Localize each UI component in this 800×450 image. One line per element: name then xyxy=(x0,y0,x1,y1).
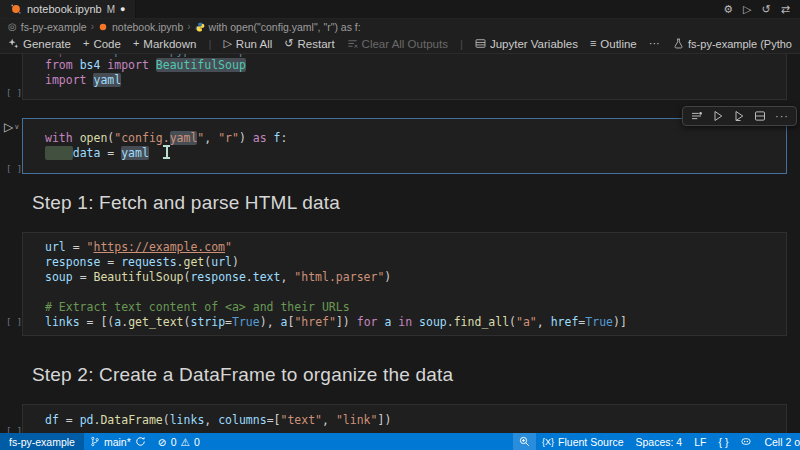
code-line xyxy=(45,285,786,300)
kernel-picker[interactable]: fs-py-example (Pytho xyxy=(673,38,792,50)
copilot-icon xyxy=(740,436,752,447)
fluent-source-label: Fluent Source xyxy=(558,436,623,448)
sparkle-icon xyxy=(8,38,19,49)
errors-count: 0 xyxy=(171,436,177,448)
code-line: # Extract text content of <a> and their … xyxy=(45,300,786,315)
spaces-label: Spaces: 4 xyxy=(635,436,682,448)
beaker-icon xyxy=(673,38,684,49)
play-icon: ▷ xyxy=(4,120,13,134)
tab-title: notebook.ipynb xyxy=(27,3,102,15)
clear-all-outputs-button[interactable]: Clear All Outputs xyxy=(347,38,448,50)
cell-toolbar: ··· xyxy=(682,106,797,126)
jupyter-variables-button[interactable]: Jupyter Variables xyxy=(475,38,578,50)
branch-icon xyxy=(90,436,100,447)
clear-all-outputs-label: Clear All Outputs xyxy=(362,38,448,50)
markdown-label: Markdown xyxy=(143,38,196,50)
run-below-icon[interactable] xyxy=(733,110,745,122)
tab-notebook[interactable]: notebook.ipynb M ● xyxy=(0,0,136,18)
breadcrumb-separator: › xyxy=(187,21,190,32)
code-cell-config-active[interactable]: with open("config.yaml", "r") as f: data… xyxy=(22,118,787,174)
generate-button[interactable]: Generate xyxy=(8,38,71,50)
code-editor[interactable]: url = "https://example.com" response = r… xyxy=(23,240,786,330)
editor-actions: ⚙ ▷ ↺ ⇄ xyxy=(713,0,800,18)
code-line: links = [(a.get_text(strip=True), a["hre… xyxy=(45,315,786,330)
markdown-cell-step1[interactable]: Step 1: Fetch and parse HTML data xyxy=(32,192,340,214)
code-label: Code xyxy=(93,38,121,50)
edit-cell-icon[interactable] xyxy=(690,110,703,122)
notebook-editor: import matplotlib.pyplot as plt from bs4… xyxy=(0,54,800,433)
tab-bar: notebook.ipynb M ● ⚙ ▷ ↺ ⇄ xyxy=(0,0,800,19)
variables-table-icon xyxy=(475,38,486,49)
code-editor[interactable]: with open("config.yaml", "r") as f: data… xyxy=(23,131,786,161)
code-line: response = requests.get(url) xyxy=(45,255,786,270)
breadcrumb-file[interactable]: notebook.ipynb xyxy=(112,21,183,33)
toolbar-separator: | xyxy=(460,38,463,50)
remote-indicator[interactable]: fs-py-example xyxy=(0,433,84,450)
breadcrumb-separator: › xyxy=(91,21,94,32)
add-code-cell-button[interactable]: + Code xyxy=(83,38,121,50)
magnifier-plus-icon xyxy=(519,436,530,447)
code-line: with open("config.yaml", "r") as f: xyxy=(45,131,786,146)
problems-status[interactable]: ⊘ 0 ⚠ 0 xyxy=(152,433,206,450)
outline-button[interactable]: ≡ Outline xyxy=(590,38,637,50)
clipped-code-line: import matplotlib.pyplot as plt xyxy=(45,54,786,58)
braces-icon: { } xyxy=(718,436,728,448)
markdown-cell-step2[interactable]: Step 2: Create a DataFrame to organize t… xyxy=(32,364,453,386)
jupyter-icon xyxy=(10,3,22,15)
code-editor[interactable]: df = pd.DataFrame(links, columns=["text"… xyxy=(23,413,786,428)
play-icon: ▷ xyxy=(223,38,231,49)
branch-label: main* xyxy=(104,436,131,448)
switch-kernel-icon[interactable]: ⇄ xyxy=(781,3,790,16)
warnings-icon: ⚠ xyxy=(180,436,189,448)
plus-icon: + xyxy=(133,38,139,49)
code-cell-dataframe[interactable]: df = pd.DataFrame(links, columns=["text"… xyxy=(22,404,787,433)
execution-count: [ ] xyxy=(6,164,22,174)
generate-label: Generate xyxy=(23,38,71,50)
git-branch-status[interactable]: main* xyxy=(84,433,152,450)
breadcrumb: ◎ fs-py-example › notebook.ipynb › with … xyxy=(0,19,800,34)
copilot-status[interactable] xyxy=(734,433,758,450)
add-markdown-cell-button[interactable]: + Markdown xyxy=(133,38,197,50)
execution-count: [ ] xyxy=(6,426,22,433)
restart-label: Restart xyxy=(298,38,335,50)
restart-kernel-icon[interactable]: ↺ xyxy=(762,3,771,16)
cell-indicator[interactable]: Cell 2 o xyxy=(758,433,800,450)
eol-label: LF xyxy=(694,436,706,448)
run-cell-button[interactable]: ▷ ∨ xyxy=(4,120,19,134)
code-line: df = pd.DataFrame(links, columns=["text"… xyxy=(45,413,786,428)
git-modified-badge: M xyxy=(107,4,115,15)
eol-status[interactable]: LF xyxy=(688,433,712,450)
code-line: import yaml xyxy=(45,73,786,88)
outline-label: Outline xyxy=(600,38,636,50)
toolbar-separator: | xyxy=(208,38,211,50)
status-bar-right: {X} Fluent Source Spaces: 4 LF { } Cell … xyxy=(513,433,800,450)
errors-icon: ⊘ xyxy=(158,436,167,448)
ellipsis-icon: ··· xyxy=(649,38,660,49)
jupyter-variables-label: Jupyter Variables xyxy=(490,38,578,50)
plus-icon: + xyxy=(83,38,89,49)
code-line: from bs4 import BeautifulSoup xyxy=(45,58,786,73)
run-above-icon[interactable] xyxy=(712,110,724,122)
run-icon[interactable]: ▷ xyxy=(743,3,751,16)
more-actions-icon[interactable]: ··· xyxy=(775,111,789,122)
code-editor[interactable]: import matplotlib.pyplot as plt from bs4… xyxy=(23,54,786,88)
run-all-label: Run All xyxy=(236,38,272,50)
breadcrumb-symbol[interactable]: with open("config.yaml", "r") as f: xyxy=(209,21,361,33)
breadcrumb-folder[interactable]: fs-py-example xyxy=(21,21,87,33)
execution-count: [ ] xyxy=(6,317,22,327)
code-cell-fetch[interactable]: url = "https://example.com" response = r… xyxy=(22,232,787,336)
run-all-button[interactable]: ▷ Run All xyxy=(223,38,272,50)
more-actions-button[interactable]: ··· xyxy=(649,38,660,49)
restart-button[interactable]: ↺ Restart xyxy=(284,38,334,50)
code-cell-imports[interactable]: import matplotlib.pyplot as plt from bs4… xyxy=(22,54,787,100)
fluent-source-status[interactable]: {X} Fluent Source xyxy=(536,433,629,450)
zoom-button[interactable] xyxy=(513,433,536,450)
indentation-status[interactable]: Spaces: 4 xyxy=(629,433,688,450)
unsaved-dot-icon[interactable]: ● xyxy=(120,5,125,14)
code-line: url = "https://example.com" xyxy=(45,240,786,255)
remote-label: fs-py-example xyxy=(9,436,75,448)
settings-gear-icon[interactable]: ⚙ xyxy=(723,3,733,16)
restart-icon: ↺ xyxy=(284,38,293,49)
language-mode-status[interactable]: { } xyxy=(712,433,734,450)
split-cell-icon[interactable] xyxy=(754,110,766,122)
